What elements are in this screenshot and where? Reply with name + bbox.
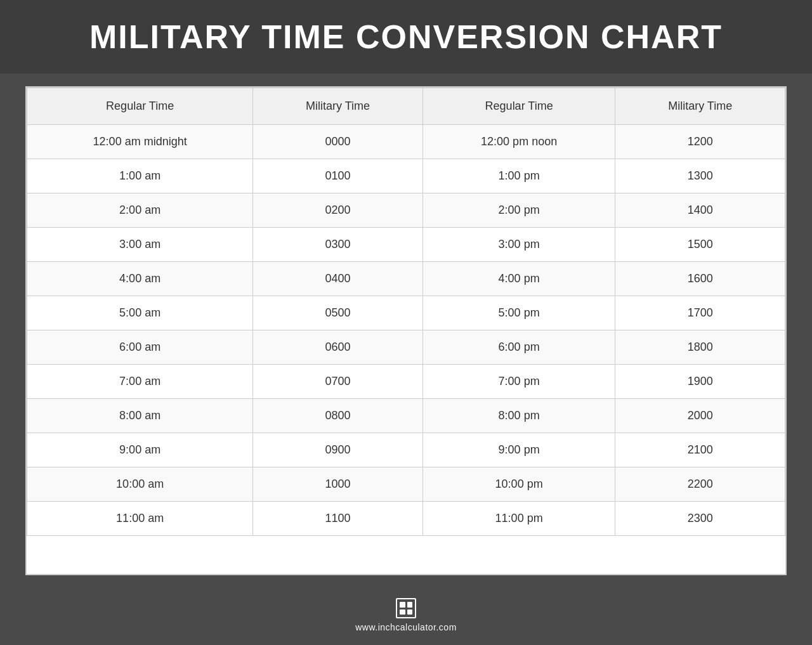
table-cell-1-0: 1:00 am <box>27 159 253 193</box>
table-cell-6-3: 1800 <box>615 330 785 365</box>
table-cell-0-1: 0000 <box>253 125 423 159</box>
table-cell-5-3: 1700 <box>615 296 785 330</box>
table-cell-7-0: 7:00 am <box>27 365 253 399</box>
table-cell-10-1: 1000 <box>253 467 423 502</box>
table-cell-9-0: 9:00 am <box>27 433 253 467</box>
table-cell-2-0: 2:00 am <box>27 193 253 228</box>
table-cell-4-3: 1600 <box>615 262 785 296</box>
table-cell-6-0: 6:00 am <box>27 330 253 365</box>
table-cell-11-3: 2300 <box>615 502 785 536</box>
table-cell-0-2: 12:00 pm noon <box>422 125 615 159</box>
table-cell-3-0: 3:00 am <box>27 228 253 262</box>
table-cell-4-0: 4:00 am <box>27 262 253 296</box>
table-row: 8:00 am08008:00 pm2000 <box>27 399 785 433</box>
calculator-icon <box>396 598 416 618</box>
col-header-regular-time-2: Regular Time <box>422 88 615 125</box>
table-cell-2-1: 0200 <box>253 193 423 228</box>
table-cell-8-1: 0800 <box>253 399 423 433</box>
table-cell-11-1: 1100 <box>253 502 423 536</box>
table-row: 11:00 am110011:00 pm2300 <box>27 502 785 536</box>
table-cell-10-3: 2200 <box>615 467 785 502</box>
table-body: 12:00 am midnight000012:00 pm noon12001:… <box>27 125 785 536</box>
table-cell-1-3: 1300 <box>615 159 785 193</box>
table-cell-11-0: 11:00 am <box>27 502 253 536</box>
table-row: 2:00 am02002:00 pm1400 <box>27 193 785 228</box>
table-cell-2-3: 1400 <box>615 193 785 228</box>
table-cell-5-1: 0500 <box>253 296 423 330</box>
table-row: 6:00 am06006:00 pm1800 <box>27 330 785 365</box>
table-row: 5:00 am05005:00 pm1700 <box>27 296 785 330</box>
table-row: 12:00 am midnight000012:00 pm noon1200 <box>27 125 785 159</box>
header-row: Regular Time Military Time Regular Time … <box>27 88 785 125</box>
table-cell-7-3: 1900 <box>615 365 785 399</box>
table-cell-7-1: 0700 <box>253 365 423 399</box>
page-header: MILITARY TIME CONVERSION CHART <box>0 0 812 74</box>
table-cell-1-2: 1:00 pm <box>422 159 615 193</box>
conversion-table: Regular Time Military Time Regular Time … <box>27 88 785 536</box>
table-cell-8-3: 2000 <box>615 399 785 433</box>
table-cell-0-3: 1200 <box>615 125 785 159</box>
table-cell-11-2: 11:00 pm <box>422 502 615 536</box>
table-row: 1:00 am01001:00 pm1300 <box>27 159 785 193</box>
table-cell-1-1: 0100 <box>253 159 423 193</box>
table-cell-8-0: 8:00 am <box>27 399 253 433</box>
table-row: 3:00 am03003:00 pm1500 <box>27 228 785 262</box>
col-header-military-time-1: Military Time <box>253 88 423 125</box>
table-cell-5-0: 5:00 am <box>27 296 253 330</box>
table-cell-5-2: 5:00 pm <box>422 296 615 330</box>
table-cell-3-2: 3:00 pm <box>422 228 615 262</box>
table-row: 9:00 am09009:00 pm2100 <box>27 433 785 467</box>
col-header-regular-time-1: Regular Time <box>27 88 253 125</box>
table-cell-6-1: 0600 <box>253 330 423 365</box>
table-cell-8-2: 8:00 pm <box>422 399 615 433</box>
table-row: 10:00 am100010:00 pm2200 <box>27 467 785 502</box>
table-cell-7-2: 7:00 pm <box>422 365 615 399</box>
col-header-military-time-2: Military Time <box>615 88 785 125</box>
table-cell-4-1: 0400 <box>253 262 423 296</box>
table-header: Regular Time Military Time Regular Time … <box>27 88 785 125</box>
table-cell-3-3: 1500 <box>615 228 785 262</box>
page-title: MILITARY TIME CONVERSION CHART <box>25 18 787 56</box>
conversion-table-container: Regular Time Military Time Regular Time … <box>25 86 787 575</box>
table-cell-4-2: 4:00 pm <box>422 262 615 296</box>
footer: www.inchcalculator.com <box>355 588 457 645</box>
table-cell-10-0: 10:00 am <box>27 467 253 502</box>
website-url: www.inchcalculator.com <box>355 622 457 632</box>
table-row: 4:00 am04004:00 pm1600 <box>27 262 785 296</box>
table-cell-0-0: 12:00 am midnight <box>27 125 253 159</box>
table-cell-9-2: 9:00 pm <box>422 433 615 467</box>
table-cell-9-1: 0900 <box>253 433 423 467</box>
table-cell-10-2: 10:00 pm <box>422 467 615 502</box>
table-cell-2-2: 2:00 pm <box>422 193 615 228</box>
table-cell-9-3: 2100 <box>615 433 785 467</box>
table-cell-3-1: 0300 <box>253 228 423 262</box>
table-row: 7:00 am07007:00 pm1900 <box>27 365 785 399</box>
table-cell-6-2: 6:00 pm <box>422 330 615 365</box>
